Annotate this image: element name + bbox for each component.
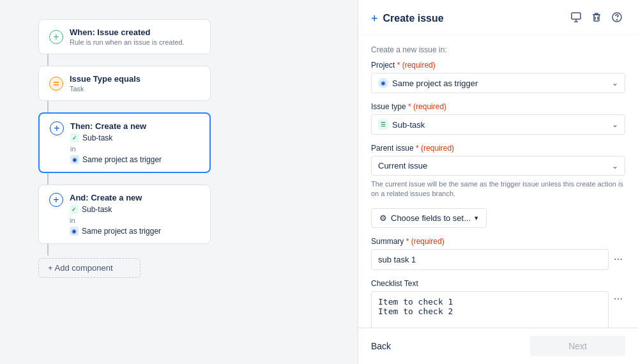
- header-plus-icon: +: [371, 12, 378, 26]
- summary-label: Summary * (required): [371, 237, 625, 246]
- choose-fields-chevron: ▾: [475, 214, 478, 222]
- card-row-subtask-4: ✓ Sub-task: [70, 205, 161, 214]
- parent-issue-hint: The current issue will be the same as th…: [371, 179, 625, 199]
- right-header-left: + Create issue: [371, 12, 444, 26]
- issue-type-field-group: Issue type * (required) ☰ Sub-task ⌄: [371, 102, 625, 135]
- checklist-label: Checklist Text: [371, 279, 625, 288]
- flow-container: + When: Issue created Rule is run when a…: [26, 19, 332, 278]
- checklist-field-group: Checklist Text Item to check 1 Item to c…: [371, 279, 625, 328]
- project-field-group: Project * (required) ◉ Same project as t…: [371, 61, 625, 93]
- card-row-subtask: ✓ Sub-task: [70, 133, 162, 142]
- connector-line-2: [47, 101, 49, 112]
- card-title-3: Then: Create a new: [70, 121, 162, 131]
- orange-icon: [49, 77, 63, 91]
- subtask-icon-4: ✓: [70, 205, 79, 214]
- card-content-4: And: Create a new ✓ Sub-task in ◉ Same p…: [70, 193, 161, 236]
- subtask-label: Sub-task: [82, 133, 112, 142]
- blue-plus-icon: +: [50, 121, 64, 135]
- card-subtitle-2: Task: [70, 85, 141, 93]
- card-content-2: Issue Type equals Task: [70, 74, 141, 93]
- add-component-button[interactable]: + Add component: [38, 258, 141, 278]
- card-row-in: in: [70, 145, 162, 153]
- header-actions: [568, 10, 625, 27]
- card-title-2: Issue Type equals: [70, 74, 141, 84]
- connector-line-4: [47, 244, 49, 255]
- card-title-4: And: Create a new: [70, 193, 161, 202]
- checklist-textarea[interactable]: Item to check 1 Item to check 2: [371, 291, 609, 328]
- add-component-label: + Add component: [48, 263, 113, 273]
- subtask-label-4: Sub-task: [82, 205, 112, 214]
- issue-type-equals-card[interactable]: Issue Type equals Task: [38, 66, 211, 101]
- card-row-project-4: ◉ Same project as trigger: [70, 227, 161, 236]
- trash-icon-button[interactable]: [588, 10, 605, 27]
- choose-fields-label: Choose fields to set...: [391, 213, 471, 223]
- card-content-3: Then: Create a new ✓ Sub-task in ◉ Same …: [70, 121, 162, 164]
- and-create-card[interactable]: + And: Create a new ✓ Sub-task in ◉ Same…: [38, 185, 211, 244]
- green-plus-icon: +: [49, 30, 63, 44]
- then-create-card[interactable]: + Then: Create a new ✓ Sub-task in ◉ Sam…: [38, 112, 211, 173]
- issue-type-select[interactable]: ☰ Sub-task ⌄: [371, 114, 625, 135]
- summary-input[interactable]: [371, 249, 609, 270]
- gear-icon: ⚙: [379, 213, 387, 223]
- left-panel: + When: Issue created Rule is run when a…: [0, 0, 358, 364]
- next-button[interactable]: Next: [530, 336, 625, 356]
- issue-type-label: Issue type * (required): [371, 102, 625, 111]
- project-select[interactable]: ◉ Same project as trigger ⌄: [371, 73, 625, 93]
- parent-issue-field-group: Parent issue * (required) Current issue …: [371, 144, 625, 199]
- checklist-input-row: Item to check 1 Item to check 2 ⋯: [371, 291, 625, 328]
- connector-line-1: [47, 54, 49, 66]
- globe-icon-card3: ◉: [70, 155, 79, 164]
- in-label: in: [70, 145, 76, 153]
- card-row-in-4: in: [70, 216, 161, 224]
- svg-rect-2: [572, 13, 581, 19]
- svg-rect-5: [594, 15, 599, 21]
- connector-line-3: [47, 173, 49, 185]
- project-field-label: Project * (required): [371, 61, 625, 70]
- project-label-4: Same project as trigger: [82, 227, 161, 236]
- summary-input-row: ⋯: [371, 249, 625, 270]
- right-body: Create a new issue in: Project * (requir…: [358, 35, 638, 328]
- card-title: When: Issue created: [70, 27, 185, 37]
- parent-issue-label: Parent issue * (required): [371, 144, 625, 153]
- help-icon-button[interactable]: [609, 10, 625, 27]
- blue-plus-icon-2: +: [49, 193, 63, 207]
- when-issue-created-card[interactable]: + When: Issue created Rule is run when a…: [38, 19, 211, 54]
- create-in-label: Create a new issue in:: [371, 45, 625, 54]
- parent-issue-select[interactable]: Current issue ⌄: [371, 156, 625, 176]
- choose-fields-button[interactable]: ⚙ Choose fields to set... ▾: [371, 208, 487, 228]
- back-button[interactable]: Back: [371, 341, 391, 351]
- checklist-dots-menu[interactable]: ⋯: [611, 291, 625, 307]
- right-header-title: Create issue: [383, 13, 444, 24]
- summary-dots-menu[interactable]: ⋯: [611, 252, 625, 267]
- summary-field-group: Summary * (required) ⋯: [371, 237, 625, 270]
- in-label-4: in: [70, 216, 75, 224]
- svg-point-9: [617, 20, 618, 20]
- right-header: + Create issue: [358, 0, 638, 35]
- card-row-project: ◉ Same project as trigger: [70, 155, 162, 164]
- card-subtitle: Rule is run when an issue is created.: [70, 38, 185, 46]
- right-footer: Back Next: [358, 328, 638, 364]
- card-content: When: Issue created Rule is run when an …: [70, 27, 185, 46]
- globe-icon-card4: ◉: [70, 227, 79, 236]
- subtask-icon: ✓: [70, 133, 79, 142]
- project-label-3: Same project as trigger: [82, 155, 162, 164]
- right-panel: + Create issue Create a new issue in: Pr…: [358, 0, 638, 364]
- monitor-icon-button[interactable]: [568, 10, 584, 27]
